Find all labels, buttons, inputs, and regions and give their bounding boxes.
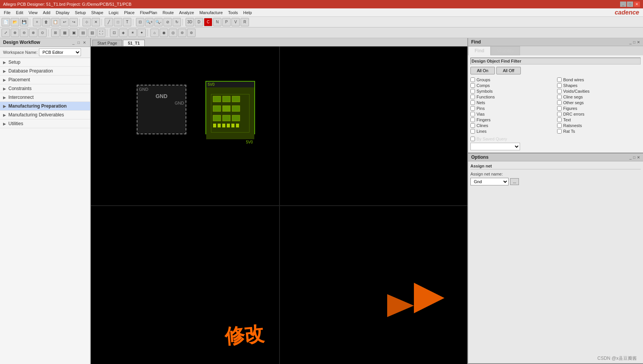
cb-symbols-input[interactable] <box>470 89 475 93</box>
cb-pins-input[interactable] <box>470 106 475 111</box>
tab-51t1[interactable]: 51_T1 <box>123 40 145 46</box>
workflow-mfg-prep[interactable]: ▶ Manufacturing Preparation <box>0 102 90 111</box>
tb-color[interactable]: C <box>204 18 212 26</box>
tb-r12[interactable]: ⊡ <box>110 29 118 37</box>
workflow-interconnect[interactable]: ▶ Interconnect <box>0 93 90 102</box>
tb-r4[interactable]: ⊗ <box>29 29 37 37</box>
tab-visibility[interactable]: Visibility <box>491 46 520 55</box>
assign-net-dots-button[interactable]: ... <box>510 178 519 185</box>
cb-ratsnests-input[interactable] <box>557 123 562 128</box>
tb-refresh[interactable]: ↻ <box>173 18 181 26</box>
tb-delete[interactable]: 🗑 <box>42 18 50 26</box>
tb-redo[interactable]: ↪ <box>69 18 78 26</box>
tb-new[interactable]: 📄 <box>2 18 10 26</box>
tb-r11[interactable]: ⛶ <box>97 29 105 37</box>
tb-r5[interactable]: ⊙ <box>38 29 47 37</box>
menu-display[interactable]: Display <box>53 10 72 16</box>
menu-edit[interactable]: Edit <box>14 10 26 16</box>
options-close-btn[interactable]: ✕ <box>637 155 640 159</box>
tb-r18[interactable]: ◎ <box>169 29 177 37</box>
tb-3d[interactable]: 3D <box>186 18 194 26</box>
tb-zoom-fit[interactable]: ⊡ <box>136 18 144 26</box>
tb-r19[interactable]: ⊜ <box>178 29 186 37</box>
menu-route[interactable]: Route <box>160 10 176 16</box>
tb-select[interactable]: ⊹ <box>82 18 91 26</box>
minimize-button[interactable]: _ <box>620 2 626 7</box>
cb-voids-input[interactable] <box>557 89 562 93</box>
tb-r7[interactable]: ▦ <box>60 29 69 37</box>
panel-close[interactable]: ✕ <box>82 40 87 45</box>
tb-r8[interactable]: ▣ <box>69 29 78 37</box>
tb-r13[interactable]: ◈ <box>119 29 128 37</box>
cb-fingers-input[interactable] <box>470 118 475 122</box>
tb-desel[interactable]: ✕ <box>92 18 100 26</box>
menu-help[interactable]: Help <box>241 10 254 16</box>
all-off-button[interactable]: All Off <box>496 67 521 74</box>
cb-bond-wires-input[interactable] <box>557 77 562 82</box>
tb-add[interactable]: + <box>33 18 41 26</box>
all-on-button[interactable]: All On <box>470 67 495 74</box>
menu-tools[interactable]: Tools <box>226 10 240 16</box>
close-button[interactable]: ✕ <box>634 2 640 7</box>
cb-clines-input[interactable] <box>470 123 475 128</box>
tb-r20[interactable]: ⊚ <box>187 29 195 37</box>
menu-shape[interactable]: Shape <box>89 10 106 16</box>
saved-query-select[interactable] <box>470 143 520 150</box>
menu-file[interactable]: File <box>2 10 13 16</box>
panel-float[interactable]: □ <box>76 40 81 45</box>
tb-copy[interactable]: 📋 <box>51 18 60 26</box>
panel-minimize[interactable]: _ <box>71 40 76 45</box>
tb-zoom-prev[interactable]: ⊘ <box>163 18 172 26</box>
workflow-setup[interactable]: ▶ Setup <box>0 58 90 67</box>
tb-r15[interactable]: ✦ <box>137 29 146 37</box>
tab-find[interactable]: Find <box>468 46 491 55</box>
menu-setup[interactable]: Setup <box>73 10 88 16</box>
menu-manufacture[interactable]: Manufacture <box>197 10 225 16</box>
tb-r16[interactable]: ⌂ <box>150 29 159 37</box>
assign-net-select[interactable]: Gnd 5V0 VCC GND <box>470 178 509 185</box>
tb-zoom-out[interactable]: 🔍- <box>154 18 163 26</box>
cb-functions-input[interactable] <box>470 95 475 99</box>
tb-r9[interactable]: ▤ <box>79 29 87 37</box>
tb-pad[interactable]: P <box>222 18 231 26</box>
by-saved-query-checkbox[interactable] <box>470 137 475 141</box>
cb-text-input[interactable] <box>557 118 562 122</box>
options-minimize-btn[interactable]: _ <box>629 155 632 159</box>
cb-rat-ts-input[interactable] <box>557 129 562 134</box>
menu-analyze[interactable]: Analyze <box>177 10 196 16</box>
workflow-mfg-del[interactable]: ▶ Manufacturing Deliverables <box>0 111 90 119</box>
tb-rat[interactable]: R <box>241 18 249 26</box>
workflow-db-prep[interactable]: ▶ Database Preparation <box>0 67 90 76</box>
tb-r3[interactable]: ⊖ <box>20 29 28 37</box>
cb-vias-input[interactable] <box>470 112 475 116</box>
tb-r6[interactable]: ⊞ <box>51 29 60 37</box>
tb-undo[interactable]: ↩ <box>60 18 69 26</box>
cb-groups-input[interactable] <box>470 77 475 82</box>
tb-text[interactable]: T <box>123 18 131 26</box>
pcb-5v0-component[interactable]: 5V0 <box>205 81 255 134</box>
cb-figures-input[interactable] <box>557 106 562 111</box>
tb-line[interactable]: ╱ <box>105 18 113 26</box>
tb-r2[interactable]: ⊕ <box>11 29 19 37</box>
find-minimize-btn[interactable]: _ <box>629 40 632 44</box>
tab-start-page[interactable]: Start Page <box>92 40 122 46</box>
workflow-constraints[interactable]: ▶ Constraints <box>0 84 90 93</box>
cb-drc-errors-input[interactable] <box>557 112 562 116</box>
options-float-btn[interactable]: □ <box>633 155 635 159</box>
workflow-placement[interactable]: ▶ Placement <box>0 76 90 84</box>
menu-view[interactable]: View <box>26 10 40 16</box>
pcb-canvas[interactable]: GND GND GND 5V0 <box>91 47 467 364</box>
tb-zoom-in[interactable]: 🔍+ <box>145 18 153 26</box>
cb-lines-input[interactable] <box>470 129 475 134</box>
tb-via[interactable]: V <box>231 18 240 26</box>
pcb-gnd-component[interactable]: GND GND GND <box>137 85 186 134</box>
tb-r17[interactable]: ◉ <box>160 29 168 37</box>
menu-add[interactable]: Add <box>40 10 53 16</box>
tb-r1[interactable]: ⤢ <box>2 29 10 37</box>
tb-net[interactable]: N <box>213 18 221 26</box>
workflow-utilities[interactable]: ▶ Utilities <box>0 119 90 128</box>
tb-drc[interactable]: D <box>195 18 203 26</box>
find-float-btn[interactable]: □ <box>633 40 635 44</box>
menu-flowplan[interactable]: FlowPlan <box>137 10 159 16</box>
cb-other-segs-input[interactable] <box>557 100 562 105</box>
